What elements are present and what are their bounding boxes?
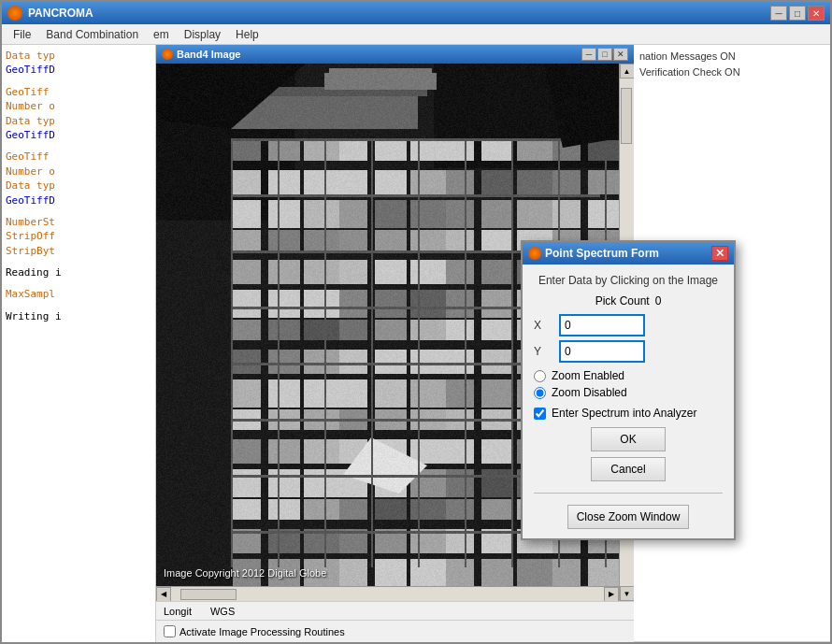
- scroll-track-horizontal[interactable]: [171, 587, 604, 601]
- app-title: PANCROMA: [28, 7, 93, 20]
- processing-checkbox[interactable]: [164, 625, 176, 637]
- inner-close-button[interactable]: ✕: [613, 48, 628, 61]
- image-copyright: Image Copyright 2012 Digital Globe: [164, 567, 326, 579]
- zoom-enabled-row: Zoom Enabled: [534, 369, 723, 382]
- dialog-instruction: Enter Data by Clicking on the Image: [534, 274, 723, 287]
- console-line-20: MaxSampl: [6, 287, 151, 301]
- console-line-21: [6, 302, 151, 309]
- point-spectrum-dialog: Point Spectrum Form ✕ Enter Data by Clic…: [521, 240, 736, 540]
- main-window: PANCROMA ─ □ ✕ File Band Combination em …: [0, 0, 832, 644]
- dialog-body: Enter Data by Clicking on the Image Pick…: [523, 265, 734, 538]
- ok-button[interactable]: OK: [591, 427, 666, 451]
- scroll-up-button[interactable]: ▲: [620, 64, 635, 79]
- minimize-button[interactable]: ─: [770, 6, 787, 21]
- scroll-right-button[interactable]: ▶: [604, 587, 619, 602]
- console-line-8: [6, 142, 151, 150]
- enter-spectrum-row: Enter Spectrum into Analyzer: [534, 407, 723, 420]
- console-line-10: Number o: [6, 165, 151, 179]
- console-line-6: Data typ: [6, 114, 151, 128]
- menu-band-combination[interactable]: Band Combination: [38, 26, 146, 43]
- console-line-11: Data typ: [6, 179, 151, 193]
- console-line-18: Reading i: [6, 265, 151, 279]
- inner-window-title: Band4 Image: [177, 49, 240, 60]
- inner-title-controls: ─ □ ✕: [581, 48, 628, 61]
- title-bar: PANCROMA ─ □ ✕: [2, 2, 830, 24]
- processing-checkbox-label: Activate Image Processing Routines: [179, 626, 345, 637]
- scroll-thumb-horizontal[interactable]: [180, 589, 237, 600]
- cancel-button[interactable]: Cancel: [591, 457, 666, 481]
- y-coord-row: Y: [534, 341, 723, 362]
- processing-checkbox-area: Activate Image Processing Routines: [164, 625, 345, 637]
- dialog-title-left: Point Spectrum Form: [528, 247, 659, 260]
- maximize-button[interactable]: □: [789, 6, 806, 21]
- left-console-panel: Data typ GeoTiffD GeoTiff Number o Data …: [2, 45, 156, 642]
- console-line-19: [6, 279, 151, 287]
- console-line-1: Data typ: [6, 49, 151, 63]
- pick-count-row: Pick Count 0: [534, 294, 723, 308]
- pick-count-label: Pick Count: [595, 294, 650, 308]
- y-label: Y: [534, 345, 552, 358]
- console-line-5: Number o: [6, 99, 151, 113]
- console-line-17: [6, 258, 151, 265]
- console-line-9: GeoTiff: [6, 150, 151, 164]
- y-input[interactable]: [560, 341, 644, 362]
- menu-em[interactable]: em: [146, 26, 177, 43]
- inner-window-icon: [162, 49, 173, 60]
- console-line-4: GeoTiff: [6, 85, 151, 99]
- messages-line-2: Verification Check ON: [639, 64, 825, 80]
- zoom-radio-group: Zoom Enabled Zoom Disabled: [534, 369, 723, 399]
- menu-display[interactable]: Display: [177, 26, 228, 43]
- console-line-16: StripByt: [6, 244, 151, 258]
- console-line-22: Writing i: [6, 309, 151, 323]
- menu-bar: File Band Combination em Display Help: [2, 24, 830, 45]
- messages-line-1: nation Messages ON: [639, 49, 825, 64]
- console-line-3: [6, 78, 151, 85]
- inner-maximize-button[interactable]: □: [597, 48, 612, 61]
- menu-file[interactable]: File: [6, 26, 38, 43]
- pick-count-value: 0: [655, 294, 662, 308]
- x-label: X: [534, 319, 552, 332]
- bottom-bar: Activate Image Processing Routines: [156, 620, 634, 642]
- console-line-12: GeoTiffD: [6, 193, 151, 208]
- app-icon: [7, 6, 22, 21]
- zoom-enabled-label: Zoom Enabled: [552, 369, 624, 382]
- scroll-thumb-vertical[interactable]: [621, 88, 632, 144]
- enter-spectrum-checkbox[interactable]: [534, 408, 546, 420]
- console-line-13: [6, 208, 151, 215]
- horizontal-scrollbar[interactable]: ◀ ▶: [156, 586, 619, 601]
- dialog-icon: [528, 247, 541, 260]
- wgs-status: WGS: [210, 606, 235, 617]
- zoom-disabled-row: Zoom Disabled: [534, 386, 723, 399]
- title-bar-controls: ─ □ ✕: [770, 6, 825, 21]
- enter-spectrum-label: Enter Spectrum into Analyzer: [552, 407, 696, 420]
- dialog-title: Point Spectrum Form: [545, 247, 659, 260]
- console-line-2: GeoTiffD: [6, 63, 151, 77]
- scroll-left-button[interactable]: ◀: [156, 587, 171, 602]
- inner-title-bar: Band4 Image ─ □ ✕: [156, 45, 634, 64]
- dialog-title-bar: Point Spectrum Form ✕: [523, 242, 734, 265]
- dialog-buttons: OK Cancel Close Zoom Window: [534, 427, 723, 529]
- scroll-down-button[interactable]: ▼: [620, 586, 635, 601]
- close-button[interactable]: ✕: [808, 6, 825, 21]
- dialog-close-button[interactable]: ✕: [711, 246, 728, 261]
- zoom-disabled-radio[interactable]: [534, 387, 546, 399]
- close-zoom-button[interactable]: Close Zoom Window: [567, 505, 689, 529]
- inner-title-left: Band4 Image: [162, 49, 240, 60]
- console-line-7: GeoTiffD: [6, 128, 151, 142]
- console-line-15: StripOff: [6, 229, 151, 243]
- x-input[interactable]: [560, 315, 644, 336]
- zoom-enabled-radio[interactable]: [534, 370, 546, 382]
- zoom-disabled-label: Zoom Disabled: [552, 386, 627, 399]
- menu-help[interactable]: Help: [228, 26, 266, 43]
- x-coord-row: X: [534, 315, 723, 336]
- console-line-14: NumberSt: [6, 215, 151, 229]
- inner-minimize-button[interactable]: ─: [581, 48, 596, 61]
- longitude-status: Longit: [164, 606, 192, 617]
- title-bar-left: PANCROMA: [7, 6, 93, 21]
- status-bar: Longit WGS: [156, 601, 634, 620]
